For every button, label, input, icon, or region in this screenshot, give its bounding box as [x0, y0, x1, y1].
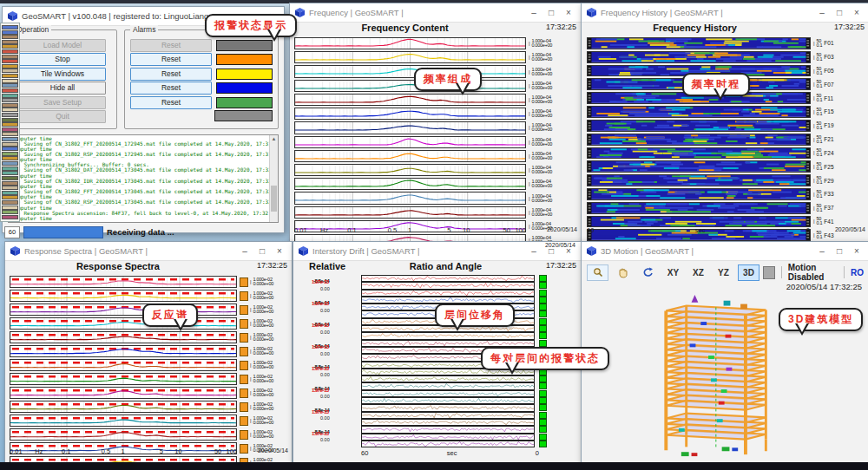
spectra-strip-plot [10, 331, 237, 343]
row-scale-labels: 500.1 [817, 108, 823, 116]
row-tick: | [813, 55, 815, 60]
maximize-icon[interactable]: □ [542, 4, 560, 22]
row-scale-labels: 1.000e-040.000e+00 [532, 152, 552, 160]
maximize-icon[interactable]: □ [831, 4, 848, 22]
pan-hand-icon[interactable] [612, 264, 634, 281]
spectra-alarm-square [240, 416, 248, 426]
minimize-icon[interactable]: – [813, 243, 831, 260]
titlebar[interactable]: 3D Motion | GeoSMART | –□× [582, 242, 868, 261]
alarm-status-bar-4 [216, 97, 273, 108]
row-tick: | [529, 167, 530, 173]
drift-trace-strip [361, 404, 535, 411]
close-icon[interactable]: × [271, 243, 288, 260]
row-scale-labels: 1.000e-040.000e+00 [532, 109, 552, 118]
drift-trace-strip [361, 397, 535, 404]
drift-trace-strip [361, 282, 535, 289]
drift-trace-strip [361, 275, 535, 282]
axis-tick-label: 50 [214, 447, 221, 455]
axis-right-label: 0 [806, 226, 810, 234]
alarms-group: Alarms ResetResetResetResetReset [124, 29, 279, 129]
log-line: computer time [11, 216, 267, 221]
minimize-icon[interactable]: – [813, 4, 831, 22]
zoom-tool-icon[interactable] [587, 264, 608, 281]
minimize-icon[interactable]: – [236, 243, 253, 260]
relative-heading: Relative [309, 261, 345, 271]
channel-label: F37 [824, 205, 833, 211]
view-yz-button[interactable]: YZ [713, 264, 734, 281]
maximize-icon[interactable]: □ [253, 243, 271, 260]
frequency-window: Frequency | GeoSMART | –□× Frequency Con… [289, 3, 582, 245]
scroll-up-icon[interactable]: ▲ [270, 135, 278, 142]
spectra-alarm-square [240, 430, 248, 440]
titlebar[interactable]: Interstory Drift | GeoSMART | –□× [293, 242, 581, 261]
spectrogram-strip [587, 188, 811, 200]
channel-label: F07 [824, 82, 833, 88]
log-lines: computer time(i) Saving of CN_31802_FFT_… [11, 136, 267, 222]
taskbar[interactable] [0, 462, 868, 470]
mini-channel-stripe [2, 186, 18, 190]
close-icon[interactable]: × [848, 4, 865, 22]
titlebar[interactable]: Frequency | GeoSMART | –□× [290, 3, 581, 23]
row-scale-labels: 1.000e-020.000e+00 [253, 277, 273, 286]
spectra-alarm-square [240, 347, 248, 356]
app-cube-icon [587, 246, 596, 256]
view-xz-button[interactable]: XZ [687, 264, 709, 281]
row-scale-labels: 1.000e-020.000e+00 [253, 319, 273, 328]
scrollbar-thumb[interactable] [271, 186, 277, 212]
axis-tick-label: 0.5 [388, 226, 397, 234]
mini-channel-stripe [2, 166, 18, 171]
alarm-reset-button-4[interactable]: Reset [130, 96, 212, 109]
view-3d-button[interactable]: 3D [738, 264, 760, 281]
relative-value-cluster: -8.8e-141.97e-130.00 [312, 322, 346, 336]
desktop-background: GeoSMART_LOG_20200513_134101.txt 13/05/2… [0, 0, 868, 470]
minimize-icon[interactable]: – [525, 4, 542, 22]
rotate-3d-icon[interactable] [637, 264, 659, 281]
row-tick: | [813, 41, 815, 46]
titlebar[interactable]: Frequency History | GeoSMART | –□× [582, 3, 868, 23]
close-icon[interactable]: × [560, 4, 577, 22]
app-cube-icon [8, 11, 17, 21]
window-title: GeoSMART | v100.048 | registered to: Lin… [22, 11, 208, 21]
view-xy-button[interactable]: XY [662, 264, 684, 281]
axis-tick-label: 100 [227, 447, 238, 455]
log-scrollbar[interactable]: ▲ [269, 135, 278, 222]
row-scale-labels: 500.1 [817, 39, 823, 48]
hide-all-button[interactable]: Hide all [19, 82, 106, 95]
window-title: Frequency History | GeoSMART | [601, 8, 723, 17]
frequency-strip-plot [294, 80, 526, 92]
maximize-icon[interactable]: □ [831, 243, 848, 260]
tile-windows-button[interactable]: Tile Windows [19, 68, 106, 81]
row-scale-labels: 1.000e-020.000e+00 [253, 388, 273, 397]
color-swatch[interactable] [763, 266, 775, 279]
row-tick: | [250, 293, 252, 298]
row-tick: | [250, 307, 252, 312]
mini-channel-stripe [2, 118, 18, 122]
drift-trace-strip [361, 426, 535, 433]
frequency-history-window: Frequency History | GeoSMART | –□× Frequ… [581, 3, 868, 245]
spectra-alarm-square [240, 319, 248, 329]
stop-button[interactable]: Stop [19, 53, 106, 66]
mini-channel-stripe [2, 98, 18, 102]
mini-channel-stripe [2, 49, 18, 54]
alarm-reset-button-1[interactable]: Reset [130, 53, 212, 66]
panel-date: 2020/05/14 [547, 226, 577, 232]
row-tick: | [529, 125, 530, 130]
frequency-strip-plot [294, 136, 526, 148]
row-scale-labels: 500.1 [817, 121, 823, 130]
app-cube-icon [299, 246, 308, 256]
minimize-icon[interactable]: – [525, 243, 542, 260]
spectra-alarm-square [240, 291, 248, 301]
spectra-strip-plot [10, 415, 237, 427]
mini-channel-stripe [2, 176, 18, 180]
alarm-reset-button-3[interactable]: Reset [130, 82, 212, 95]
close-icon[interactable]: × [848, 243, 865, 260]
row-scale-labels: 1.000e-020.000e+00 [253, 347, 273, 356]
row-scale-labels: 1.000e-040.000e+00 [532, 68, 552, 76]
row-scale-labels: 1.000e-040.000e+00 [532, 166, 552, 174]
alarm-reset-button-2[interactable]: Reset [130, 68, 212, 81]
titlebar[interactable]: Response Spectra | GeoSMART | –□× [5, 242, 292, 261]
ro-label[interactable]: RO [851, 268, 864, 277]
row-tick: | [529, 196, 530, 201]
axis-right-label: 0 [536, 449, 539, 457]
row-scale-labels: 1.000e-020.000e+00 [253, 430, 273, 439]
